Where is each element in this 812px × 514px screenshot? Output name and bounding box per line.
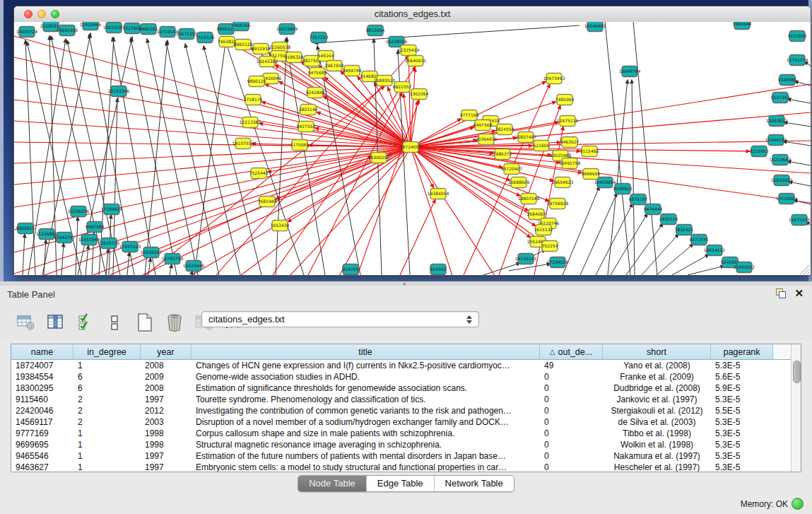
cell-out_de[interactable]: 0 <box>540 405 603 416</box>
cell-year[interactable]: 2008 <box>141 382 192 394</box>
network-node[interactable]: 7525443 <box>249 168 269 179</box>
table-row[interactable]: 1830029562008Estimation of significance … <box>11 382 791 394</box>
table-row[interactable]: 946362711997Embryonic stem cells: a mode… <box>11 462 791 472</box>
network-node[interactable]: 12975115 <box>557 116 579 127</box>
cell-in_degree[interactable]: 1 <box>73 439 141 450</box>
column-header-year[interactable]: year <box>141 344 192 359</box>
network-node[interactable]: 918765 <box>343 264 359 275</box>
network-node[interactable]: 7832621 <box>675 225 694 235</box>
network-node[interactable]: 1653438 <box>271 221 290 231</box>
network-node[interactable]: 6466161 <box>139 24 158 35</box>
network-node[interactable]: 7468166 <box>232 22 251 31</box>
cell-name[interactable]: 9699695 <box>11 439 73 450</box>
network-node[interactable]: 16782759 <box>162 254 184 264</box>
network-node[interactable]: 9115460 <box>580 146 599 157</box>
cell-out_de[interactable]: 0 <box>540 462 603 472</box>
network-node[interactable]: 7681943 <box>258 197 277 207</box>
cell-name[interactable]: 18300295 <box>11 382 73 394</box>
network-node[interactable]: 9475685 <box>308 68 327 78</box>
cell-year[interactable]: 1997 <box>141 462 192 472</box>
cell-pagerank[interactable]: 5.3E-5 <box>711 416 773 428</box>
cell-year[interactable]: 2009 <box>141 371 192 382</box>
column-header-pagerank[interactable]: pagerank <box>711 344 773 359</box>
cell-title[interactable]: Genome-wide association studies in ADHD. <box>192 371 540 382</box>
cell-out_de[interactable]: 0 <box>540 382 603 394</box>
network-node[interactable]: 13505135 <box>98 238 120 249</box>
network-node[interactable]: 16543382 <box>257 57 278 67</box>
cell-title[interactable]: Tourette syndrome. Phenomenology and cla… <box>192 394 540 405</box>
cell-title[interactable]: Investigating the contribution of common… <box>192 405 540 416</box>
cell-pagerank[interactable]: 5.6E-5 <box>711 371 773 382</box>
cell-title[interactable]: Disruption of a novel member of a sodium… <box>192 416 540 428</box>
network-node[interactable]: 18300295 <box>368 153 390 163</box>
cell-in_degree[interactable]: 6 <box>73 382 141 394</box>
network-node[interactable]: 16958167 <box>141 247 163 258</box>
float-window-icon[interactable] <box>776 288 786 298</box>
cell-in_degree[interactable]: 6 <box>73 371 141 382</box>
network-node[interactable]: 17016504 <box>776 194 798 204</box>
network-node[interactable]: 18807249 <box>518 194 540 204</box>
network-node[interactable]: 16210643 <box>770 155 792 165</box>
network-node[interactable]: 6497568 <box>473 120 493 131</box>
network-node[interactable]: 17334026 <box>547 257 569 268</box>
network-node[interactable]: 20364436 <box>476 134 498 145</box>
network-node[interactable]: 7515526 <box>196 33 215 43</box>
network-node[interactable]: 8186328 <box>285 52 304 63</box>
select-all-check-icon[interactable] <box>75 312 96 333</box>
cell-name[interactable]: 9115460 <box>11 394 73 405</box>
table-selector-dropdown[interactable]: citations_edges.txt <box>201 311 479 327</box>
cell-name[interactable]: 18724007 <box>11 360 73 371</box>
table-row[interactable]: 911546021997Tourette syndrome. Phenomeno… <box>11 394 791 405</box>
network-node[interactable]: 15693931 <box>771 175 793 186</box>
column-header-out_de[interactable]: △out_de... <box>540 344 603 359</box>
network-node[interactable]: 10688609 <box>508 177 530 188</box>
cell-short[interactable]: Franke et al. (2009) <box>603 371 711 382</box>
cell-out_de[interactable]: 0 <box>540 450 603 462</box>
cell-short[interactable]: Tibbo et al. (1998) <box>603 428 711 439</box>
vertical-scrollbar[interactable] <box>791 344 801 472</box>
network-node[interactable]: 9463627 <box>560 137 579 148</box>
network-node[interactable]: 12920446 <box>80 22 102 30</box>
cell-title[interactable]: Estimation of significance thresholds fo… <box>192 382 540 394</box>
network-node[interactable]: 12213383 <box>240 117 261 128</box>
row-visibility-icon[interactable] <box>105 312 126 333</box>
network-node[interactable]: 9699695 <box>582 169 601 180</box>
cell-name[interactable]: 14569117 <box>11 416 73 428</box>
table-row[interactable]: 946554611997Estimation of the future num… <box>11 450 791 462</box>
cell-out_de[interactable]: 0 <box>540 394 603 405</box>
cell-title[interactable]: Embryonic stem cells: a model to study s… <box>192 462 540 472</box>
cell-pagerank[interactable]: 5.9E-5 <box>711 382 773 394</box>
network-node[interactable]: 17359924 <box>101 204 123 215</box>
network-node[interactable]: 924502 <box>430 264 447 275</box>
table-settings-icon[interactable] <box>16 312 37 333</box>
cell-pagerank[interactable]: 5.3E-5 <box>711 360 773 371</box>
column-header-name[interactable]: name <box>11 344 73 359</box>
network-node[interactable]: 8454749 <box>343 66 362 76</box>
cell-year[interactable]: 1998 <box>141 439 192 450</box>
network-view-window[interactable]: citations_edges.txt 14055724210603152069… <box>13 6 811 276</box>
cell-pagerank[interactable]: 5.3E-5 <box>711 462 773 472</box>
network-node[interactable]: 20691406 <box>57 25 78 36</box>
table-row[interactable]: 969969511998Structural magnetic resonanc… <box>11 439 791 450</box>
network-node[interactable]: 9777169 <box>460 110 479 121</box>
tab-edge-table[interactable]: Edge Table <box>366 476 434 491</box>
cell-short[interactable]: Jankovic et al. (1997) <box>603 394 711 405</box>
window-titlebar[interactable]: citations_edges.txt <box>14 6 811 23</box>
network-node[interactable]: 15640931 <box>405 56 427 66</box>
cell-out_de[interactable]: 0 <box>540 371 603 382</box>
network-node[interactable]: 1170065 <box>290 140 310 151</box>
cell-name[interactable]: 19384554 <box>11 371 73 382</box>
network-node[interactable]: 6822057 <box>393 82 412 93</box>
network-node[interactable]: 14055724 <box>16 27 38 37</box>
network-node[interactable]: 9474444 <box>644 204 663 215</box>
select-columns-icon[interactable] <box>45 312 66 333</box>
network-node[interactable]: 9097588 <box>86 222 105 233</box>
cell-title[interactable]: Structural magnetic resonance image aver… <box>192 439 540 450</box>
network-node[interactable]: 12923446 <box>183 261 205 271</box>
table-row[interactable]: 2242004622012Investigating the contribut… <box>11 405 791 416</box>
network-node[interactable]: 19654923 <box>552 177 574 188</box>
network-node[interactable]: 2803144 <box>299 105 318 115</box>
network-node[interactable]: 8850815 <box>16 223 35 234</box>
network-node[interactable]: 19384554 <box>428 189 449 199</box>
cell-name[interactable]: 9777169 <box>11 428 73 439</box>
